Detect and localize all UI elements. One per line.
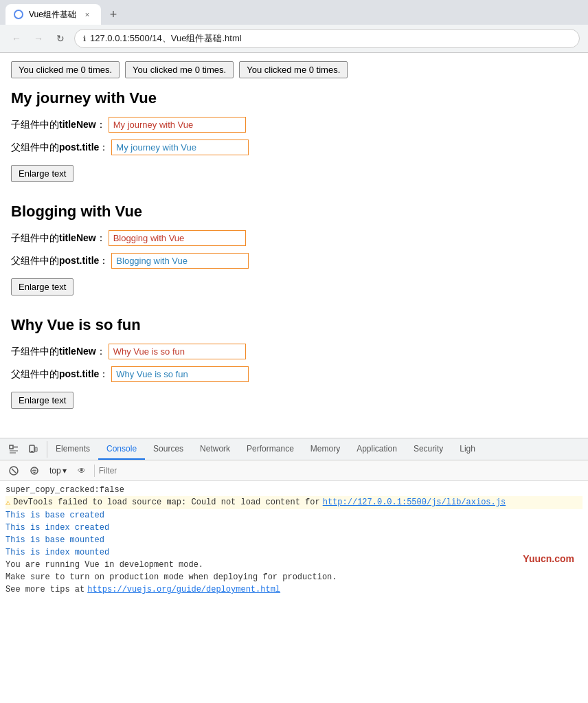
parent-label-2: 父组件中的post.title：	[11, 368, 109, 381]
parent-field-row-1: 父组件中的post.title：	[11, 253, 577, 269]
child-input-1[interactable]	[109, 230, 246, 246]
child-input-0[interactable]	[109, 117, 246, 133]
devtools-tab-bar: ElementsConsoleSourcesNetworkPerformance…	[0, 438, 588, 460]
console-toolbar: top ▾ 👁	[0, 460, 588, 481]
url-bar[interactable]: ℹ 127.0.0.1:5500/14、Vue组件基础.html	[74, 29, 580, 48]
log-level-dropdown-icon: ▾	[63, 466, 67, 476]
console-line-4: This is base mounted	[5, 534, 583, 546]
log-level-label: top	[49, 466, 61, 476]
toolbar-separator	[94, 465, 95, 477]
child-field-row-1: 子组件中的titleNew：	[11, 230, 577, 246]
child-input-2[interactable]	[109, 344, 246, 359]
devtools-tab-memory[interactable]: Memory	[302, 438, 348, 460]
console-link-1[interactable]: http://127.0.0.1:5500/js/lib/axios.js	[323, 498, 506, 507]
back-button[interactable]: ←	[8, 30, 25, 47]
console-link-8[interactable]: https://vuejs.org/guide/deployment.html	[87, 585, 280, 594]
watermark: Yuucn.com	[523, 553, 574, 564]
console-line-1: ⚠DevTools failed to load source map: Cou…	[5, 496, 583, 509]
child-field-row-2: 子组件中的titleNew：	[11, 344, 577, 359]
parent-input-0[interactable]	[111, 140, 249, 155]
svg-rect-0	[10, 445, 13, 449]
child-label-2: 子组件中的titleNew：	[11, 346, 106, 358]
child-label-1: 子组件中的titleNew：	[11, 232, 106, 245]
inspect-element-button[interactable]	[5, 441, 22, 458]
parent-input-2[interactable]	[111, 366, 249, 382]
devtools-tab-security[interactable]: Security	[405, 438, 451, 460]
enlarge-button-2[interactable]: Enlarge text	[11, 392, 74, 409]
parent-field-row-0: 父组件中的post.title：	[11, 140, 577, 155]
tab-bar: Vue组件基础 × +	[0, 0, 588, 25]
click-button-3[interactable]: You clicked me 0 times.	[239, 61, 348, 78]
console-line-7: Make sure to turn on production mode whe…	[5, 571, 583, 583]
console-output: super_copy_cracked:false⚠DevTools failed…	[0, 481, 588, 599]
click-button-2[interactable]: You clicked me 0 times.	[125, 61, 234, 78]
enlarge-button-0[interactable]: Enlarge text	[11, 165, 74, 182]
section-2: Why Vue is so fun 子组件中的titleNew： 父组件中的po…	[11, 316, 577, 416]
parent-label-1: 父组件中的post.title：	[11, 255, 109, 267]
log-level-selector[interactable]: top ▾	[47, 465, 69, 477]
console-area: super_copy_cracked:false⚠DevTools failed…	[0, 481, 588, 599]
devtools-tab-application[interactable]: Application	[348, 438, 405, 460]
devtools-panel: ElementsConsoleSourcesNetworkPerformance…	[0, 438, 588, 599]
console-line-8: See more tips at https://vuejs.org/guide…	[5, 583, 583, 596]
console-line-2: This is base created	[5, 509, 583, 522]
section-1: Blogging with Vue 子组件中的titleNew： 父组件中的po…	[11, 203, 577, 302]
sections-container: My journey with Vue 子组件中的titleNew： 父组件中的…	[11, 89, 577, 416]
tab-title: Vue组件基础	[29, 9, 76, 21]
page-content: You clicked me 0 times. You clicked me 0…	[0, 53, 588, 438]
devtools-tab-sources[interactable]: Sources	[145, 438, 192, 460]
enlarge-button-1[interactable]: Enlarge text	[11, 278, 74, 295]
tab-favicon	[14, 10, 23, 19]
forward-button[interactable]: →	[30, 30, 47, 47]
section-title-0: My journey with Vue	[11, 89, 577, 107]
eye-icon: 👁	[78, 466, 86, 476]
warning-icon: ⚠	[5, 498, 10, 508]
filter-icon-button[interactable]	[26, 462, 43, 479]
devtools-tab-network[interactable]: Network	[192, 438, 238, 460]
devtools-icon-buttons	[0, 441, 47, 458]
section-title-1: Blogging with Vue	[11, 203, 577, 221]
console-line-3: This is index created	[5, 522, 583, 534]
child-label-0: 子组件中的titleNew：	[11, 119, 106, 131]
eye-button[interactable]: 👁	[74, 462, 90, 479]
click-buttons-row: You clicked me 0 times. You clicked me 0…	[11, 61, 577, 78]
devtools-tab-ligh[interactable]: Ligh	[451, 438, 484, 460]
clear-console-button[interactable]	[5, 462, 22, 479]
url-text: 127.0.0.1:5500/14、Vue组件基础.html	[90, 32, 242, 45]
devtools-tab-list: ElementsConsoleSourcesNetworkPerformance…	[47, 438, 484, 460]
active-tab[interactable]: Vue组件基础 ×	[5, 4, 101, 25]
parent-label-0: 父组件中的post.title：	[11, 142, 109, 154]
device-toolbar-button[interactable]	[25, 441, 41, 458]
address-bar: ← → ↻ ℹ 127.0.0.1:5500/14、Vue组件基础.html	[0, 25, 588, 52]
refresh-button[interactable]: ↻	[52, 30, 69, 47]
svg-rect-5	[35, 447, 37, 451]
section-0: My journey with Vue 子组件中的titleNew： 父组件中的…	[11, 89, 577, 189]
new-tab-button[interactable]: +	[104, 5, 123, 24]
console-line-5: This is index mounted	[5, 546, 583, 559]
child-field-row-0: 子组件中的titleNew：	[11, 117, 577, 133]
console-text-8: See more tips at	[5, 585, 84, 594]
devtools-tab-elements[interactable]: Elements	[47, 438, 98, 460]
tab-close-button[interactable]: ×	[82, 9, 93, 20]
svg-line-8	[12, 469, 16, 473]
section-title-2: Why Vue is so fun	[11, 316, 577, 334]
click-button-1[interactable]: You clicked me 0 times.	[11, 61, 120, 78]
parent-field-row-2: 父组件中的post.title：	[11, 366, 577, 382]
browser-chrome: Vue组件基础 × + ← → ↻ ℹ 127.0.0.1:5500/14、Vu…	[0, 0, 588, 53]
parent-input-1[interactable]	[111, 253, 249, 269]
url-info-icon: ℹ	[83, 34, 86, 43]
console-text-1: DevTools failed to load source map: Coul…	[13, 498, 319, 507]
console-line-0: super_copy_cracked:false	[5, 484, 583, 496]
console-filter-input[interactable]	[99, 466, 583, 476]
devtools-tab-performance[interactable]: Performance	[238, 438, 302, 460]
console-line-6: You are running Vue in development mode.	[5, 559, 583, 571]
devtools-tab-console[interactable]: Console	[98, 438, 145, 460]
